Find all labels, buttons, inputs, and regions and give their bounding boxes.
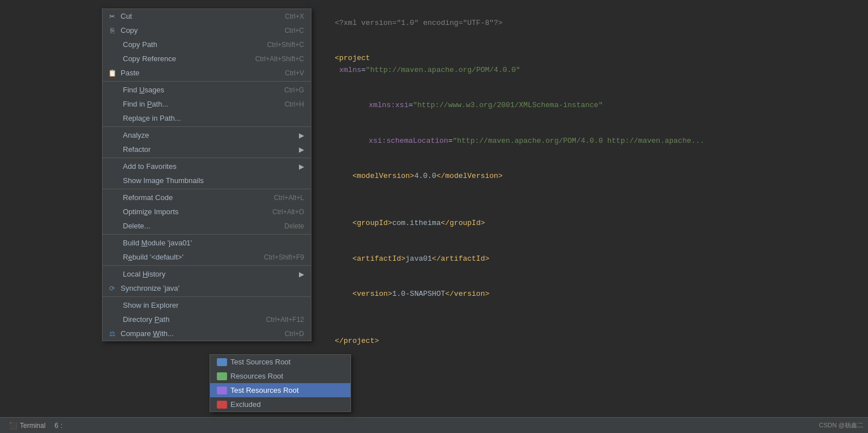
divider bbox=[102, 81, 311, 82]
submenu-item-excluded[interactable]: Excluded bbox=[210, 397, 350, 411]
divider bbox=[102, 234, 311, 235]
menu-item-paste[interactable]: 📋 Paste Ctrl+V bbox=[102, 66, 311, 80]
event-log-button[interactable]: 6 : bbox=[50, 422, 67, 430]
menu-item-replace-in-path[interactable]: Replace in Path... bbox=[102, 111, 311, 125]
submenu-item-test-resources[interactable]: Test Resources Root bbox=[210, 383, 350, 397]
menu-item-add-favorites[interactable]: Add to Favorites ▶ bbox=[102, 159, 311, 173]
editor-line: <project xmlns="http://maven.apache.org/… bbox=[317, 41, 868, 88]
menu-item-show-thumbnails[interactable]: Show Image Thumbnails bbox=[102, 173, 311, 188]
menu-item-copy-reference[interactable]: Copy Reference Ctrl+Alt+Shift+C bbox=[102, 52, 311, 66]
arrow-icon: ▶ bbox=[299, 146, 304, 154]
paste-icon: 📋 bbox=[107, 69, 117, 77]
terminal-icon: ⬛ bbox=[9, 422, 18, 430]
menu-item-analyze[interactable]: Analyze ▶ bbox=[102, 128, 311, 142]
menu-item-local-history[interactable]: Local History ▶ bbox=[102, 267, 311, 281]
menu-item-synchronize[interactable]: ⟳ Synchronize 'java' bbox=[102, 281, 311, 295]
menu-item-find-usages[interactable]: Find Usages Ctrl+G bbox=[102, 83, 311, 97]
menu-item-directory-path[interactable]: Directory Path Ctrl+Alt+F12 bbox=[102, 312, 311, 326]
editor-line: <groupId>com.itheima</groupId> bbox=[317, 206, 868, 241]
arrow-icon: ▶ bbox=[299, 270, 304, 278]
bottom-bar: ⬛ Terminal 6 : CSDN @杨鑫二 bbox=[0, 417, 868, 433]
menu-item-copy-path[interactable]: Copy Path Ctrl+Shift+C bbox=[102, 37, 311, 52]
arrow-icon: ▶ bbox=[299, 163, 304, 171]
submenu-item-test-sources[interactable]: Test Sources Root bbox=[210, 355, 350, 369]
menu-item-show-explorer[interactable]: Show in Explorer bbox=[102, 298, 311, 312]
context-menu: ✂ Cut Ctrl+X ⎘ Copy Ctrl+C Copy Path Ctr… bbox=[102, 9, 311, 341]
menu-item-cut[interactable]: ✂ Cut Ctrl+X bbox=[102, 9, 311, 23]
watermark: CSDN @杨鑫二 bbox=[819, 421, 863, 430]
test-resources-icon bbox=[217, 387, 227, 394]
copy-icon: ⎘ bbox=[107, 27, 117, 35]
divider bbox=[102, 158, 311, 158]
resources-icon bbox=[217, 372, 227, 380]
menu-item-copy[interactable]: ⎘ Copy Ctrl+C bbox=[102, 23, 311, 37]
editor-line: <version>1.0-SNAPSHOT</version> bbox=[317, 277, 868, 312]
cut-icon: ✂ bbox=[107, 12, 117, 20]
sync-icon: ⟳ bbox=[107, 285, 117, 292]
divider bbox=[102, 296, 311, 297]
terminal-button[interactable]: ⬛ Terminal bbox=[5, 422, 50, 430]
menu-item-compare-with[interactable]: ⚖ Compare With... Ctrl+D bbox=[102, 326, 311, 341]
event-icon: 6 bbox=[54, 422, 58, 430]
menu-item-optimize[interactable]: Optimize Imports Ctrl+Alt+O bbox=[102, 205, 311, 219]
mark-directory-submenu: Test Sources Root Resources Root Test Re… bbox=[209, 354, 351, 412]
menu-item-delete[interactable]: Delete... Delete bbox=[102, 219, 311, 233]
editor-line: <modelVersion>4.0.0</modelVersion> bbox=[317, 159, 868, 194]
editor-line: <?xml version="1.0" encoding="UTF-8"?> bbox=[317, 6, 868, 41]
divider bbox=[102, 126, 311, 127]
divider bbox=[102, 189, 311, 189]
menu-item-reformat[interactable]: Reformat Code Ctrl+Alt+L bbox=[102, 190, 311, 205]
divider bbox=[102, 265, 311, 266]
editor-line: xsi:schemaLocation="http://maven.apache.… bbox=[317, 124, 868, 159]
test-sources-icon bbox=[217, 358, 227, 366]
editor-line: xmlns:xsi="http://www.w3.org/2001/XMLSch… bbox=[317, 88, 868, 124]
excluded-icon bbox=[217, 401, 227, 409]
editor-line: </project> bbox=[317, 324, 868, 359]
menu-item-refactor[interactable]: Refactor ▶ bbox=[102, 142, 311, 156]
submenu-item-resources[interactable]: Resources Root bbox=[210, 369, 350, 383]
compare-icon: ⚖ bbox=[107, 330, 117, 338]
arrow-icon: ▶ bbox=[299, 131, 304, 139]
editor-line bbox=[317, 312, 868, 324]
menu-item-build-module[interactable]: Build Module 'java01' bbox=[102, 236, 311, 250]
editor-line: <artifactId>java01</artifactId> bbox=[317, 241, 868, 277]
editor-line bbox=[317, 194, 868, 206]
menu-item-rebuild[interactable]: Rebuild '<default>' Ctrl+Shift+F9 bbox=[102, 250, 311, 264]
menu-item-find-in-path[interactable]: Find in Path... Ctrl+H bbox=[102, 97, 311, 111]
